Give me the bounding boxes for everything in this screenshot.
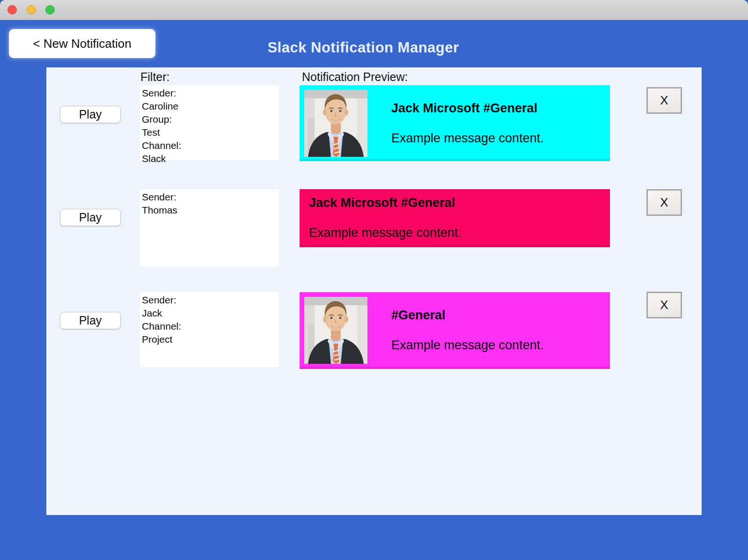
filter-line: Jack bbox=[142, 307, 279, 320]
filter-line: Caroline bbox=[142, 100, 279, 113]
close-button-3[interactable]: X bbox=[646, 292, 682, 318]
play-button-2[interactable]: Play bbox=[60, 209, 121, 226]
notification-card-2: Jack Microsoft #General Example message … bbox=[300, 189, 610, 247]
filter-box-2[interactable]: Sender: Thomas bbox=[140, 189, 279, 267]
filter-line: Test bbox=[142, 126, 279, 139]
play-button-3[interactable]: Play bbox=[60, 312, 121, 329]
filter-line: Group: bbox=[142, 113, 279, 126]
filter-line: Sender: bbox=[142, 294, 279, 307]
notification-title: Jack Microsoft #General bbox=[391, 101, 537, 116]
avatar-photo bbox=[304, 297, 367, 364]
avatar-photo bbox=[304, 90, 367, 157]
filter-line: Sender: bbox=[142, 87, 279, 100]
notification-message: Example message content. bbox=[391, 131, 544, 146]
filter-line: Slack bbox=[142, 152, 279, 165]
notification-message: Example message content. bbox=[391, 338, 544, 353]
zoom-traffic-light-icon[interactable] bbox=[45, 5, 55, 15]
notification-card-3: #General Example message content. bbox=[300, 292, 610, 369]
filter-line: Sender: bbox=[142, 191, 279, 204]
preview-heading: Notification Preview: bbox=[302, 70, 408, 84]
notification-message: Example message content. bbox=[309, 226, 462, 240]
page-title: Slack Notification Manager bbox=[0, 39, 726, 56]
app-window: < New Notification Slack Notification Ma… bbox=[0, 0, 748, 560]
filter-line: Channel: bbox=[142, 320, 279, 333]
notification-title: Jack Microsoft #General bbox=[309, 196, 455, 210]
play-button-1[interactable]: Play bbox=[60, 106, 121, 123]
filter-box-1[interactable]: Sender: Caroline Group: Test Channel: Sl… bbox=[140, 85, 279, 160]
filter-line: Thomas bbox=[142, 204, 279, 217]
notification-title: #General bbox=[391, 308, 446, 323]
filter-box-3[interactable]: Sender: Jack Channel: Project bbox=[140, 292, 279, 367]
close-button-2[interactable]: X bbox=[646, 189, 682, 216]
filter-heading: Filter: bbox=[140, 70, 170, 84]
close-traffic-light-icon[interactable] bbox=[7, 5, 17, 15]
minimize-traffic-light-icon[interactable] bbox=[27, 5, 36, 15]
filter-line: Project bbox=[142, 333, 279, 346]
notification-card-1: Jack Microsoft #General Example message … bbox=[300, 85, 610, 161]
title-bar bbox=[0, 0, 748, 20]
close-button-1[interactable]: X bbox=[646, 87, 682, 114]
filter-line: Channel: bbox=[142, 139, 279, 152]
